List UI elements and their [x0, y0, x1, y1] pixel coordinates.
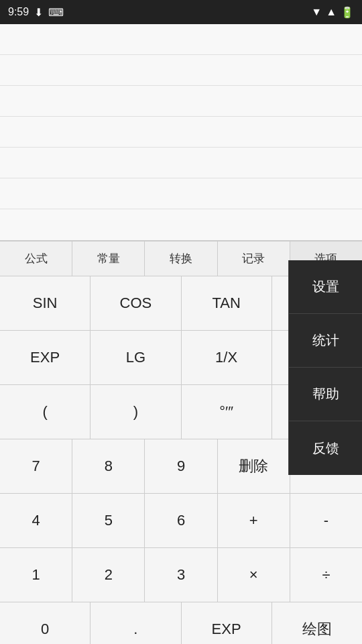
degree-button[interactable]: °′″ — [182, 385, 272, 439]
btn-row-7: 0 . EXP 绘图 — [0, 602, 362, 644]
signal-icon: ▲ — [326, 6, 337, 18]
tab-formula[interactable]: 公式 — [0, 241, 72, 276]
dropdown-menu: 设置 统计 帮助 反馈 — [288, 260, 362, 475]
chart-button[interactable]: 绘图 — [272, 602, 362, 644]
help-menu-item[interactable]: 帮助 — [289, 368, 362, 421]
tan-button[interactable]: TAN — [182, 276, 272, 330]
tab-convert[interactable]: 转换 — [145, 241, 217, 276]
cos-button[interactable]: COS — [90, 276, 181, 330]
display-row-2 — [0, 55, 362, 86]
seven-button[interactable]: 7 — [0, 439, 72, 493]
dot-button[interactable]: . — [90, 602, 181, 644]
minus-button[interactable]: - — [290, 494, 362, 547]
tab-history[interactable]: 记录 — [218, 241, 290, 276]
btn-row-5: 4 5 6 + - — [0, 494, 362, 548]
delete-button[interactable]: 删除 — [218, 439, 290, 493]
close-paren-button[interactable]: ) — [90, 385, 181, 439]
display-row-4 — [0, 117, 362, 148]
display-area — [0, 24, 362, 241]
three-button[interactable]: 3 — [145, 548, 217, 602]
six-button[interactable]: 6 — [145, 494, 217, 547]
plus-button[interactable]: + — [218, 494, 290, 547]
status-bar: 9:59 ⬇ ⌨ ▼ ▲ 🔋 — [0, 0, 362, 24]
statistics-menu-item[interactable]: 统计 — [289, 314, 362, 368]
display-row-1 — [0, 24, 362, 55]
download-icon: ⬇ — [34, 6, 43, 19]
reciprocal-button[interactable]: 1/X — [182, 331, 272, 384]
tab-constants[interactable]: 常量 — [72, 241, 145, 276]
wifi-icon: ▼ — [311, 6, 322, 18]
five-button[interactable]: 5 — [72, 494, 145, 547]
lg-button[interactable]: LG — [90, 331, 181, 384]
divide-button[interactable]: ÷ — [290, 548, 362, 602]
sin-button[interactable]: SIN — [0, 276, 90, 330]
display-row-6 — [0, 178, 362, 209]
keyboard-icon: ⌨ — [48, 6, 64, 19]
one-button[interactable]: 1 — [0, 548, 72, 602]
nine-button[interactable]: 9 — [145, 439, 217, 493]
display-row-3 — [0, 86, 362, 117]
btn-row-6: 1 2 3 × ÷ — [0, 548, 362, 602]
exp-bottom-button[interactable]: EXP — [182, 602, 272, 644]
two-button[interactable]: 2 — [72, 548, 145, 602]
four-button[interactable]: 4 — [0, 494, 72, 547]
multiply-button[interactable]: × — [218, 548, 290, 602]
settings-menu-item[interactable]: 设置 — [289, 260, 362, 314]
feedback-menu-item[interactable]: 反馈 — [289, 421, 362, 475]
display-row-7 — [0, 209, 362, 240]
status-time: 9:59 — [8, 6, 29, 18]
zero-button[interactable]: 0 — [0, 602, 90, 644]
open-paren-button[interactable]: ( — [0, 385, 90, 439]
eight-button[interactable]: 8 — [72, 439, 145, 493]
exp-button[interactable]: EXP — [0, 331, 90, 384]
battery-icon: 🔋 — [341, 6, 354, 19]
display-row-5 — [0, 148, 362, 178]
